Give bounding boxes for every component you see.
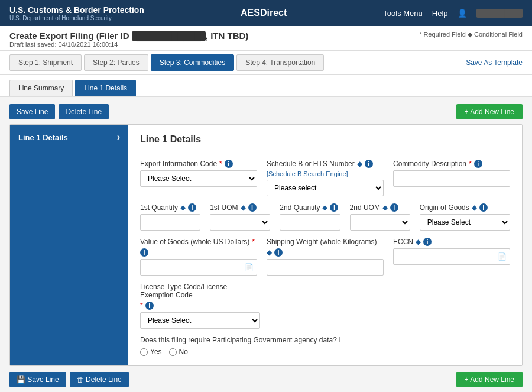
step4-button[interactable]: Step 4: Transportation (236, 54, 324, 71)
save-line-button-bottom[interactable]: 💾 Save Line (9, 372, 66, 387)
delete-line-button-bottom[interactable]: 🗑 Delete Line (70, 372, 129, 387)
license-code-info-icon[interactable]: i (145, 302, 154, 310)
shipping-weight-group: Shipping Weight (whole Kilograms) ◆ i (267, 238, 384, 276)
commodity-desc-input[interactable] (393, 170, 510, 187)
qty1-info-icon[interactable]: i (188, 203, 196, 212)
pga-yes-label[interactable]: Yes (140, 348, 162, 356)
form-row-3: Value of Goods (whole US Dollars) * i 📄 … (140, 238, 510, 276)
agency-name: U.S. Customs & Border Protection (9, 5, 144, 15)
user-name-redacted: ██ (476, 9, 523, 18)
qty2-info-icon[interactable]: i (330, 203, 338, 212)
uom2-label: 2nd UOM ◆ i (350, 203, 410, 212)
department-name: U.S. Department of Homeland Security (9, 15, 144, 21)
origin-label: Origin of Goods ◆ i (420, 203, 510, 212)
origin-select[interactable]: Please Select (420, 214, 510, 231)
tabs-bar: Line Summary Line 1 Details (0, 75, 532, 97)
value-input[interactable] (140, 259, 257, 276)
origin-group: Origin of Goods ◆ i Please Select (420, 203, 510, 231)
qty2-group: 2nd Quantity ◆ i (280, 203, 340, 231)
export-info-code-label: Export Information Code * i (140, 160, 257, 168)
qty2-label: 2nd Quantity ◆ i (280, 203, 340, 212)
step3-button[interactable]: Step 3: Commodities (151, 54, 234, 71)
uom2-select[interactable] (350, 214, 410, 231)
eccn-input-wrapper: 📄 (393, 248, 510, 265)
form-row-1: Export Information Code * i Please Selec… (140, 160, 510, 196)
origin-info-icon[interactable]: i (479, 203, 488, 212)
add-new-line-button-bottom[interactable]: + Add New Line (456, 372, 523, 387)
qty2-input[interactable] (280, 214, 340, 231)
pga-question-text: Does this filing require Participating G… (140, 336, 510, 344)
schedule-b-label: Schedule B or HTS Number ◆ i [Schedule B… (267, 160, 384, 177)
form-row-4: License Type Code/License Exemption Code… (140, 283, 510, 329)
sidebar-item-label: Line 1 Details (18, 133, 68, 142)
tab-line-summary[interactable]: Line Summary (9, 80, 73, 96)
qty1-input[interactable] (140, 214, 200, 231)
schedule-b-search-link[interactable]: [Schedule B Search Engine] (267, 170, 348, 177)
uom1-select[interactable] (210, 214, 270, 231)
schedule-b-select[interactable]: Please select (267, 180, 384, 196)
conditional-diamond: ◆ (357, 160, 362, 168)
uom2-info-icon[interactable]: i (390, 203, 398, 212)
pga-info-icon[interactable]: i (339, 336, 341, 344)
eccn-input[interactable] (393, 248, 510, 265)
card-body: Line 1 Details Export Information Code *… (128, 125, 522, 365)
commodity-desc-group: Commodity Description * i (393, 160, 510, 196)
commodity-desc-label: Commodity Description * i (393, 160, 510, 168)
sidebar-item-line1[interactable]: Line 1 Details › (10, 125, 128, 150)
required-star: * (219, 160, 222, 168)
export-info-code-info-icon[interactable]: i (225, 160, 233, 168)
save-template-button[interactable]: Save As Template (466, 59, 523, 67)
export-info-code-group: Export Information Code * i Please Selec… (140, 160, 257, 196)
uom2-group: 2nd UOM ◆ i (350, 203, 410, 231)
eccn-group: ECCN ◆ i 📄 (393, 238, 510, 276)
commodity-desc-info-icon[interactable]: i (474, 160, 482, 168)
pga-no-radio[interactable] (169, 348, 177, 356)
schedule-b-group: Schedule B or HTS Number ◆ i [Schedule B… (267, 160, 384, 196)
value-info-icon[interactable]: i (140, 248, 148, 257)
shipping-weight-label: Shipping Weight (whole Kilograms) ◆ i (267, 238, 384, 257)
uom1-group: 1st UOM ◆ i (210, 203, 270, 231)
card-sidebar: Line 1 Details › (10, 125, 128, 365)
step2-button[interactable]: Step 2: Parties (84, 54, 148, 71)
steps-nav: Step 1: Shipment Step 2: Parties Step 3:… (0, 51, 532, 75)
title-bar: Create Export Filing (Filer ID █████████… (0, 26, 532, 51)
schedule-b-info-icon[interactable]: i (365, 160, 373, 168)
help-link[interactable]: Help (432, 9, 448, 18)
app-name: AESDirect (241, 8, 287, 18)
field-legend: * Required Field ◆ Conditional Field (419, 31, 523, 38)
main-content: Save Line Delete Line + Add New Line Lin… (0, 97, 532, 392)
save-line-button-top[interactable]: Save Line (9, 104, 55, 119)
tab-line1-details[interactable]: Line 1 Details (75, 80, 136, 96)
license-code-select[interactable]: Please Select (140, 312, 260, 329)
pga-section: Does this filing require Participating G… (140, 336, 510, 356)
qty1-group: 1st Quantity ◆ i (140, 203, 200, 231)
required-star2: * (469, 160, 472, 168)
user-icon[interactable]: 👤 (458, 9, 467, 18)
pga-radio-group: Yes No (140, 348, 510, 356)
step1-button[interactable]: Step 1: Shipment (9, 54, 82, 71)
uom1-info-icon[interactable]: i (248, 203, 257, 212)
delete-line-button-top[interactable]: Delete Line (59, 104, 109, 119)
steps-list: Step 1: Shipment Step 2: Parties Step 3:… (9, 54, 324, 71)
pga-no-label[interactable]: No (169, 348, 188, 356)
chevron-right-icon: › (117, 132, 120, 142)
pga-yes-radio[interactable] (140, 348, 148, 356)
card: Line 1 Details › Line 1 Details Export I… (9, 124, 523, 366)
header: U.S. Customs & Border Protection U.S. De… (0, 0, 532, 26)
qty1-label: 1st Quantity ◆ i (140, 203, 200, 212)
shipping-weight-info-icon[interactable]: i (274, 248, 283, 257)
draft-saved: Draft last saved: 04/10/2021 16:00:14 (9, 41, 248, 48)
left-actions: Save Line Delete Line (9, 104, 109, 119)
shipping-weight-input[interactable] (267, 259, 384, 276)
export-info-code-select[interactable]: Please Select (140, 170, 257, 187)
form-row-2: 1st Quantity ◆ i 1st UOM ◆ i (140, 203, 510, 231)
uom1-label: 1st UOM ◆ i (210, 203, 270, 212)
empty-col (270, 283, 510, 329)
action-bar-bottom: 💾 Save Line 🗑 Delete Line + Add New Line (9, 372, 523, 387)
eccn-icon: 📄 (498, 252, 507, 261)
license-code-group: License Type Code/License Exemption Code… (140, 283, 260, 329)
eccn-info-icon[interactable]: i (423, 238, 432, 246)
value-label: Value of Goods (whole US Dollars) * i (140, 238, 257, 257)
tools-menu-button[interactable]: Tools Menu (383, 9, 422, 18)
add-new-line-button-top[interactable]: + Add New Line (456, 104, 523, 119)
